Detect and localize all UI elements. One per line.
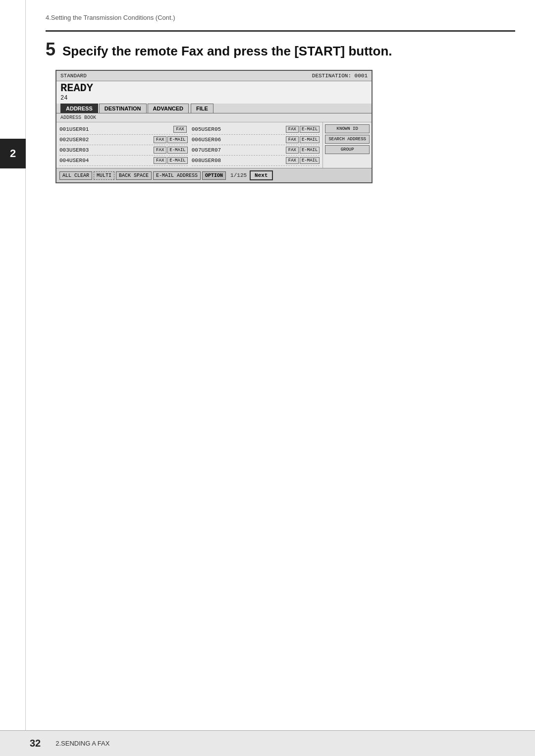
fax-button-004[interactable]: FAX bbox=[154, 157, 166, 164]
table-row[interactable]: 001USER01 FAX bbox=[59, 124, 188, 135]
table-row[interactable]: 005USER05 FAX E-MAIL bbox=[192, 124, 320, 135]
left-sidebar: 2 bbox=[0, 0, 26, 756]
user-name: 003USER03 bbox=[59, 147, 154, 153]
fax-status-label: STANDARD bbox=[60, 73, 87, 79]
top-rule bbox=[46, 30, 515, 32]
user-name: 005USER05 bbox=[192, 126, 286, 132]
fax-button-001[interactable]: FAX bbox=[173, 126, 186, 133]
fax-ready-text: READY bbox=[56, 81, 372, 95]
tabs-row: ADDRESS DESTINATION ADVANCED FILE bbox=[56, 104, 372, 113]
step-title: Specify the remote Fax and press the [ST… bbox=[62, 44, 392, 59]
step-number: 5 bbox=[46, 41, 55, 58]
address-book-label: ADDRESS BOOK bbox=[56, 113, 372, 122]
step-heading: 5 Specify the remote Fax and press the [… bbox=[46, 41, 515, 59]
email-button-002[interactable]: E-MAIL bbox=[167, 136, 187, 143]
user-name: 008USER08 bbox=[192, 158, 286, 163]
table-row[interactable]: 002USER02 FAX E-MAIL bbox=[59, 135, 188, 145]
fax-button-002[interactable]: FAX bbox=[154, 136, 166, 143]
side-buttons: KNOWN ID SEARCH ADDRESS GROUP bbox=[322, 122, 372, 168]
fax-button-008[interactable]: FAX bbox=[286, 157, 299, 164]
main-content: 4.Setting the Transmission Conditions (C… bbox=[26, 0, 535, 223]
group-button[interactable]: GROUP bbox=[325, 145, 370, 154]
user-name: 004USER04 bbox=[59, 158, 154, 163]
bottom-label: 2.SENDING A FAX bbox=[55, 740, 109, 747]
fax-panel-header: STANDARD DESTINATION: 0001 bbox=[56, 71, 372, 81]
chapter-number: 2 bbox=[0, 139, 26, 168]
email-button-007[interactable]: E-MAIL bbox=[300, 147, 320, 154]
user-name: 006USER06 bbox=[192, 137, 286, 143]
bottom-bar: 32 2.SENDING A FAX bbox=[0, 730, 535, 756]
table-row[interactable]: 004USER04 FAX E-MAIL bbox=[59, 156, 188, 166]
users-left: 001USER01 FAX 002USER02 FAX E-MAIL 003US… bbox=[59, 124, 188, 166]
email-button-006[interactable]: E-MAIL bbox=[300, 136, 320, 143]
user-name: 001USER01 bbox=[59, 126, 173, 132]
next-button[interactable]: Next bbox=[250, 170, 272, 180]
table-row[interactable]: 008USER08 FAX E-MAIL bbox=[192, 156, 320, 166]
action-bar: ALL CLEAR MULTI BACK SPACE E-MAIL ADDRES… bbox=[56, 168, 372, 182]
fax-button-003[interactable]: FAX bbox=[154, 147, 166, 154]
page-indicator: 1/125 bbox=[230, 172, 247, 178]
users-with-side: 001USER01 FAX 002USER02 FAX E-MAIL 003US… bbox=[56, 122, 372, 168]
known-id-button[interactable]: KNOWN ID bbox=[325, 124, 370, 133]
back-space-button[interactable]: BACK SPACE bbox=[116, 171, 152, 180]
user-name: 002USER02 bbox=[59, 137, 154, 143]
users-right: 005USER05 FAX E-MAIL 006USER06 FAX E-MAI… bbox=[192, 124, 320, 166]
all-clear-button[interactable]: ALL CLEAR bbox=[59, 171, 92, 180]
fax-button-006[interactable]: FAX bbox=[286, 136, 299, 143]
email-address-button[interactable]: E-MAIL ADDRESS bbox=[153, 171, 201, 180]
tab-address[interactable]: ADDRESS bbox=[60, 104, 98, 113]
tab-file[interactable]: FILE bbox=[191, 104, 214, 113]
multi-button[interactable]: MULTI bbox=[94, 171, 114, 180]
email-button-005[interactable]: E-MAIL bbox=[300, 126, 320, 133]
email-button-008[interactable]: E-MAIL bbox=[300, 157, 320, 164]
email-button-004[interactable]: E-MAIL bbox=[167, 157, 187, 164]
table-row[interactable]: 006USER06 FAX E-MAIL bbox=[192, 135, 320, 145]
fax-button-005[interactable]: FAX bbox=[286, 126, 299, 133]
search-address-button[interactable]: SEARCH ADDRESS bbox=[325, 135, 370, 144]
tab-advanced[interactable]: ADVANCED bbox=[148, 104, 189, 113]
fax-count: 24 bbox=[56, 95, 372, 104]
table-row[interactable]: 007USER07 FAX E-MAIL bbox=[192, 145, 320, 156]
user-name: 007USER07 bbox=[192, 147, 286, 153]
fax-destination-label: DESTINATION: 0001 bbox=[312, 73, 368, 79]
users-area: 001USER01 FAX 002USER02 FAX E-MAIL 003US… bbox=[56, 122, 322, 168]
page-number: 32 bbox=[30, 738, 41, 749]
option-button[interactable]: OPTION bbox=[202, 171, 226, 180]
breadcrumb: 4.Setting the Transmission Conditions (C… bbox=[46, 14, 515, 21]
fax-button-007[interactable]: FAX bbox=[286, 147, 299, 154]
email-button-003[interactable]: E-MAIL bbox=[167, 147, 187, 154]
fax-panel: STANDARD DESTINATION: 0001 READY 24 ADDR… bbox=[55, 70, 373, 183]
tab-destination[interactable]: DESTINATION bbox=[99, 104, 147, 113]
table-row[interactable]: 003USER03 FAX E-MAIL bbox=[59, 145, 188, 156]
